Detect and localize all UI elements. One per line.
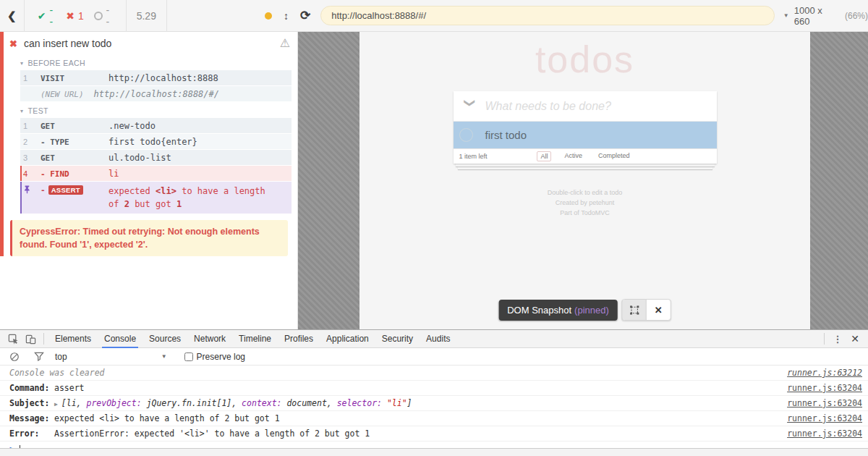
clear-console-icon[interactable] (6, 350, 23, 364)
command-assert-pinned[interactable]: - ASSERT expected <li> to have a length … (20, 182, 292, 214)
back-button[interactable]: ❮ (0, 0, 25, 32)
fail-x-icon: ✖ (9, 38, 17, 49)
new-todo-placeholder: What needs to be done? (485, 100, 611, 113)
passed-stat: ✔-- (38, 4, 56, 28)
tab-network[interactable]: Network (187, 330, 232, 348)
console-row-command: Command: assert runner.js:63204 (0, 381, 868, 396)
stage-margin-left (298, 32, 359, 329)
test-duration: 5.29 (127, 0, 167, 32)
app-info-text: Double-click to edit a todo Created by p… (359, 187, 810, 218)
viewport-info[interactable]: ▼ 1000 x 660 (66%) (783, 5, 868, 27)
chevron-down-icon: ▼ (783, 12, 789, 19)
todo-item-highlighted[interactable]: first todo (454, 121, 717, 148)
tab-sources[interactable]: Sources (142, 330, 187, 348)
resize-icon: ↕ (284, 10, 289, 22)
preserve-log-toggle[interactable]: Preserve log (184, 352, 245, 362)
cypress-toolbar: ❮ ✔-- ✖1 -- 5.29 ↕ ⟳ http://localhost:88… (0, 0, 868, 32)
before-each-section: ▾ BEFORE EACH 1 VISIT http://localhost:8… (20, 59, 292, 101)
console-row-message: Message: expected <li> to have a length … (0, 411, 868, 426)
pinned-label: (pinned) (574, 305, 609, 316)
highlight-toggle-button[interactable] (623, 300, 647, 320)
app-under-test: todos ❯ What needs to be done? first tod… (359, 32, 810, 329)
test-title-row[interactable]: ✖ can insert new todo ⚠ (4, 32, 297, 54)
caret-down-icon: ▾ (20, 60, 23, 67)
dom-snapshot-pill: DOM Snapshot(pinned) (498, 300, 618, 321)
filter-completed[interactable]: Completed (595, 151, 633, 161)
inspect-element-icon[interactable] (4, 332, 22, 346)
viewport-controls: ↕ ⟳ (265, 8, 320, 23)
warning-icon: ⚠ (280, 38, 290, 49)
cypress-reporter: ✖ can insert new todo ⚠ ▾ BEFORE EACH 1 … (0, 32, 298, 329)
expand-triangle-icon[interactable]: ▶ (54, 401, 58, 408)
circle-icon (94, 12, 103, 20)
stage-margin-right (810, 32, 868, 329)
filter-icon[interactable] (30, 350, 48, 364)
command-new-url[interactable]: (NEW URL) http://localhost:8888/#/ (20, 86, 292, 101)
tab-console[interactable]: Console (98, 330, 142, 348)
tab-audits[interactable]: Audits (420, 330, 456, 348)
command-visit[interactable]: 1 VISIT http://localhost:8888 (20, 70, 292, 85)
todo-label: first todo (485, 129, 527, 141)
filter-active[interactable]: Active (561, 151, 585, 161)
test-name: can insert new todo (24, 38, 280, 49)
filter-all[interactable]: All (537, 151, 551, 161)
tab-timeline[interactable]: Timeline (232, 330, 278, 348)
toggle-all-icon[interactable]: ❯ (464, 98, 477, 114)
devtools-bottom-strip (0, 448, 868, 456)
tab-profiles[interactable]: Profiles (278, 330, 320, 348)
caret-down-icon: ▾ (20, 108, 23, 114)
console-toolbar: top ▼ Preserve log (0, 348, 868, 366)
command-get-newtodo[interactable]: 1 GET .new-todo (20, 118, 292, 133)
source-link[interactable]: runner.js:63204 (787, 383, 862, 393)
command-type[interactable]: 2 - TYPE first todo{enter} (20, 134, 292, 149)
before-each-header[interactable]: ▾ BEFORE EACH (20, 59, 292, 67)
dom-snapshot-controls: DOM Snapshot(pinned) ✕ (498, 299, 671, 321)
pending-stat: -- (94, 4, 113, 28)
url-bar[interactable]: http://localhost:8888/#/ (320, 6, 775, 25)
source-link[interactable]: runner.js:63204 (787, 398, 862, 408)
test-header[interactable]: ▾ TEST (20, 106, 292, 115)
device-toolbar-icon[interactable] (22, 332, 39, 346)
check-icon: ✔ (38, 10, 46, 22)
pin-icon[interactable] (23, 185, 41, 195)
viewport-scale: (66%) (845, 11, 868, 21)
test-stats: ✔-- ✖1 -- (25, 0, 127, 32)
chevron-down-icon: ▼ (161, 353, 167, 360)
test-section: ▾ TEST 1 GET .new-todo 2 - TYPE first to… (20, 106, 292, 214)
status-dot-icon (265, 12, 272, 20)
viewport-size: 1000 x 660 (794, 5, 840, 27)
assert-badge: ASSERT (48, 185, 83, 195)
close-icon: ✕ (655, 305, 663, 316)
source-link[interactable]: runner.js:63212 (787, 368, 862, 378)
cypress-error-message: CypressError: Timed out retrying: Not en… (10, 220, 288, 256)
console-row-cleared: Console was cleared runner.js:63212 (0, 366, 868, 381)
console-row-subject: Subject: ▶[li, prevObject: jQuery.fn.ini… (0, 396, 868, 411)
todo-app-card: ❯ What needs to be done? first todo 1 it… (454, 91, 717, 164)
assert-message: expected <li> to have a length of 2 but … (109, 185, 279, 211)
console-output: Console was cleared runner.js:63212 Comm… (0, 366, 868, 456)
x-icon: ✖ (66, 10, 75, 22)
command-get-todolist[interactable]: 3 GET ul.todo-list (20, 150, 292, 165)
todo-checkbox[interactable] (459, 128, 473, 142)
console-row-error: Error: AssertionError: expected '<li>' t… (0, 426, 868, 442)
todo-footer: 1 item left All Active Completed (454, 148, 717, 164)
devtools-menu-icon[interactable]: ⋮ (829, 332, 846, 346)
unpin-snapshot-button[interactable]: ✕ (647, 300, 671, 320)
source-link[interactable]: runner.js:63204 (787, 413, 862, 423)
devtools-toolbar: Elements Console Sources Network Timelin… (0, 330, 868, 348)
refresh-icon[interactable]: ⟳ (300, 8, 310, 23)
devtools-panel: Elements Console Sources Network Timelin… (0, 329, 868, 456)
source-link[interactable]: runner.js:63204 (787, 428, 862, 439)
failed-test-block: ✖ can insert new todo ⚠ ▾ BEFORE EACH 1 … (0, 32, 297, 256)
todo-filters: All Active Completed (454, 151, 717, 161)
new-todo-input[interactable]: ❯ What needs to be done? (454, 91, 717, 121)
tab-security[interactable]: Security (375, 330, 420, 348)
todos-heading: todos (359, 38, 810, 81)
preserve-log-checkbox[interactable] (184, 352, 193, 361)
execution-context-select[interactable]: top ▼ (55, 352, 167, 362)
tab-application[interactable]: Application (320, 330, 375, 348)
devtools-close-icon[interactable]: ✕ (846, 332, 864, 346)
command-find-failed[interactable]: 4 - FIND li (20, 166, 292, 181)
highlight-region-icon (629, 305, 639, 316)
tab-elements[interactable]: Elements (48, 330, 98, 348)
